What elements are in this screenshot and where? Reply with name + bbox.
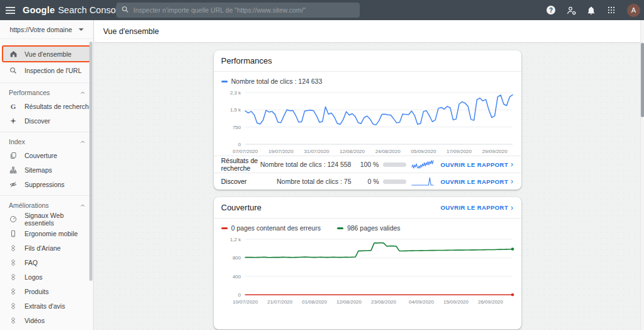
svg-text:15/09/2020: 15/09/2020 (443, 299, 469, 305)
divider (0, 195, 93, 196)
svg-text:12/08/2020: 12/08/2020 (339, 149, 365, 154)
notifications-button[interactable] (586, 4, 597, 16)
svg-text:2,3 k: 2,3 k (230, 90, 241, 96)
sidebar-item-suppressions[interactable]: Suppressions (0, 177, 93, 191)
page-scrollbar-thumb[interactable] (641, 43, 644, 117)
magnifier-icon (9, 66, 18, 75)
sidebar-item-extraits-davis[interactable]: Extraits d'avis (0, 299, 93, 313)
svg-text:1,2 k: 1,2 k (230, 237, 241, 242)
sidebar-item-fils-dariane[interactable]: Fils d'Ariane (0, 241, 93, 255)
sidebar-item-videos[interactable]: Vidéos (0, 313, 93, 327)
svg-text:0: 0 (238, 142, 241, 147)
divider (0, 132, 93, 132)
chevron-up-icon (80, 90, 86, 96)
sidebar: https://Votre domaine Vue d'ensemble Ins… (0, 20, 94, 330)
rich-result-icon (9, 316, 18, 325)
open-report-link-discover[interactable]: OUVRIR LE RAPPORT › (440, 178, 513, 185)
top-app-bar: Google Search Console ? A (0, 0, 644, 20)
page-header: Vue d'ensemble (94, 20, 644, 43)
percent-bar (383, 179, 406, 184)
coverage-card: Couverture OUVRIR LE RAPPORT › 0 pages c… (214, 197, 521, 329)
help-button[interactable]: ? (545, 4, 557, 16)
discover-sparkle-icon (9, 117, 18, 125)
rich-result-icon (9, 244, 18, 253)
svg-text:01/08/2020: 01/08/2020 (301, 299, 327, 305)
svg-text:1,5 k: 1,5 k (230, 107, 241, 113)
app-logo: Google Search Console (23, 5, 123, 15)
sidebar-item-couverture[interactable]: Couverture (0, 148, 93, 162)
chevron-right-icon: › (511, 178, 513, 185)
user-settings-button[interactable] (565, 4, 577, 16)
svg-text:19/07/2020: 19/07/2020 (268, 149, 294, 154)
section-ameliorations[interactable]: Améliorations (0, 199, 93, 212)
logo-search-console: Search Console (58, 5, 123, 15)
url-inspection-searchbar[interactable] (116, 3, 360, 18)
legend-dash-red (221, 227, 228, 229)
search-results-row: Résultats de recherche Nombre total de c… (214, 156, 521, 173)
legend-dash-green (337, 227, 343, 229)
percent-bar (383, 162, 406, 167)
open-report-link-search[interactable]: OUVRIR LE RAPPORT › (440, 161, 513, 168)
svg-text:750: 750 (232, 125, 241, 130)
sidebar-item-faq[interactable]: FAQ (0, 255, 93, 270)
property-selector[interactable]: https://Votre domaine (0, 20, 93, 39)
eye-off-icon (9, 180, 18, 189)
logo-google: Google (23, 5, 55, 15)
performance-card-title: Performances (221, 56, 272, 65)
performance-card: Performances Nombre total de clics : 124… (214, 50, 521, 190)
divider (0, 82, 93, 83)
svg-text:05/09/2020: 05/09/2020 (411, 149, 436, 154)
page-title: Vue d'ensemble (103, 27, 159, 36)
performance-chart: 07501,5 k2,3 k07/07/202019/07/202031/07/… (218, 88, 518, 156)
sidebar-item-signaux-web-essentiels[interactable]: Signaux Web essentiels (0, 212, 93, 226)
pages-icon (9, 151, 18, 160)
svg-text:21/07/2020: 21/07/2020 (267, 299, 292, 305)
sidebar-item-ergonomie-mobile[interactable]: Ergonomie mobile (0, 226, 93, 241)
svg-text:04/09/2020: 04/09/2020 (408, 299, 434, 305)
svg-text:31/07/2020: 31/07/2020 (304, 149, 330, 154)
open-report-link-coverage[interactable]: OUVRIR LE RAPPORT › (440, 204, 513, 212)
apps-grid-button[interactable] (606, 4, 617, 16)
sidebar-item-resultats-de-recherche[interactable]: G Résultats de recherche (0, 99, 93, 113)
chevron-right-icon: › (511, 161, 513, 168)
sidebar-item-discover[interactable]: Discover (0, 113, 93, 128)
smartphone-icon (9, 229, 18, 238)
svg-text:800: 800 (232, 255, 241, 261)
svg-text:0: 0 (238, 292, 241, 298)
sidebar-scrollbar[interactable] (89, 42, 92, 281)
svg-text:24/08/2020: 24/08/2020 (375, 149, 401, 154)
page-scrollbar[interactable] (640, 20, 644, 330)
rich-result-icon (9, 258, 18, 267)
menu-icon[interactable] (0, 0, 20, 20)
svg-text:29/09/2020: 29/09/2020 (482, 149, 508, 154)
main-content: Performances Nombre total de clics : 124… (94, 43, 640, 330)
rich-result-icon (9, 273, 18, 282)
help-icon: ? (547, 6, 555, 14)
svg-text:12/08/2020: 12/08/2020 (336, 299, 362, 305)
svg-text:23/08/2020: 23/08/2020 (370, 299, 396, 305)
svg-text:10/07/2020: 10/07/2020 (232, 299, 258, 305)
user-gear-icon (566, 6, 577, 15)
sidebar-item-inspection-url[interactable]: Inspection de l'URL (0, 62, 93, 79)
bell-icon (587, 6, 596, 15)
search-sparkline (411, 159, 434, 169)
chevron-down-icon (79, 28, 84, 31)
section-index[interactable]: Index (0, 135, 93, 148)
sitemap-icon (9, 166, 18, 174)
section-performances[interactable]: Performances (0, 86, 93, 99)
sidebar-item-sitemaps[interactable]: Sitemaps (0, 162, 93, 177)
search-icon (121, 4, 129, 16)
google-g-icon: G (9, 102, 18, 111)
svg-text:07/07/2020: 07/07/2020 (232, 149, 258, 154)
sidebar-item-logos[interactable]: Logos (0, 270, 93, 284)
home-icon (9, 50, 18, 59)
legend-dash-blue (221, 81, 228, 82)
search-input[interactable] (133, 6, 355, 14)
sidebar-item-vue-densemble[interactable]: Vue d'ensemble (2, 45, 91, 62)
account-avatar[interactable]: A (627, 4, 640, 17)
svg-text:17/09/2020: 17/09/2020 (446, 149, 472, 154)
rich-result-icon (9, 302, 18, 310)
coverage-card-title: Couverture (221, 203, 262, 212)
property-selector-label: https://Votre domaine (9, 26, 72, 33)
sidebar-item-produits[interactable]: Produits (0, 284, 93, 299)
